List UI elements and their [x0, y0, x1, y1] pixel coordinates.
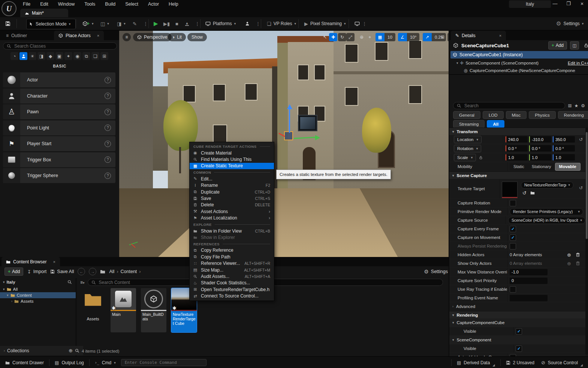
rotate-tool-button[interactable]: ↻ [338, 33, 346, 41]
panel-category-icon[interactable]: ❏ [91, 52, 99, 60]
capture-source-dropdown[interactable]: SceneColor (HDR) in RGB, Inv Opacity ▾ [508, 217, 585, 224]
ctx-show-in-folder-view[interactable]: Show in Folder View CTRL+B [190, 228, 274, 234]
add-collection-icon[interactable]: ⊕ [69, 348, 73, 353]
show-dropdown[interactable]: Show [187, 33, 207, 41]
lit-dropdown[interactable]: ◑ Lit [168, 33, 186, 41]
collections-search-icon[interactable] [75, 348, 79, 353]
actor-item-player-start[interactable]: ⚑ Player Start ? [3, 136, 115, 151]
effects-category-icon[interactable]: ✦ [64, 52, 72, 60]
add-array-element-icon[interactable]: ⊕ [567, 252, 571, 258]
add-component-button[interactable]: + Add [548, 41, 567, 50]
close-icon[interactable]: × [499, 33, 501, 38]
help-icon[interactable]: ? [105, 173, 111, 179]
max-view-distance-input[interactable]: -1.0 [510, 269, 548, 275]
play-button[interactable]: ▶ [151, 19, 160, 29]
details-settings-icon[interactable]: ⚙ [581, 103, 585, 108]
content-drawer-button[interactable]: Content Drawer [0, 357, 49, 368]
filter-all[interactable]: All [487, 120, 504, 128]
cb-import-button[interactable]: ↧ Import [27, 269, 46, 275]
visible-checkbox[interactable]: ✓ [516, 328, 522, 335]
ctx-shader-cook-statistics[interactable]: ♨ Shader Cook Statistics... [190, 280, 274, 286]
actor-item-actor[interactable]: Actor ? [3, 72, 115, 87]
scale-y-input[interactable]: 1.0 [529, 154, 551, 161]
tab-outliner[interactable]: ≡ Outliner [1, 31, 31, 40]
rotation-y-input[interactable]: 0.0 ° [529, 145, 551, 152]
menu-tools[interactable]: Tools [79, 0, 100, 8]
back-button[interactable]: ← [78, 268, 85, 275]
ctx-asset-actions[interactable]: ⚒ Asset Actions › [190, 208, 274, 215]
console-command-box[interactable] [121, 359, 206, 366]
capture-every-frame-checkbox[interactable]: ✓ [510, 226, 516, 232]
console-command-input[interactable] [124, 360, 203, 365]
cb-settings-button[interactable]: ⚙ Settings [424, 269, 448, 275]
reset-location-button[interactable]: ↺ [576, 137, 585, 142]
cinematics-dropdown[interactable]: ◨ ▾ [115, 19, 128, 29]
favorites-icon[interactable]: ★ [574, 103, 578, 108]
actor-item-trigger-sphere[interactable]: Trigger Sphere ? [3, 168, 115, 183]
trash-icon[interactable] [576, 261, 580, 266]
ctx-asset-localization[interactable]: ⚑ Asset Localization › [190, 215, 274, 221]
capture-rotation-checkbox[interactable] [510, 200, 516, 206]
subsection-scene-component[interactable]: ▾ SceneComponent [449, 336, 585, 344]
details-scrollbar[interactable] [585, 128, 588, 354]
all-classes-category-icon[interactable]: ⊞ [100, 52, 108, 60]
menu-actor[interactable]: Actor [143, 0, 164, 8]
help-icon[interactable]: ? [105, 93, 111, 99]
collections-bar[interactable]: › Collections ⊕ [0, 346, 83, 355]
viewport-options-button[interactable]: ≡ [123, 33, 131, 41]
scale-lock-icon[interactable] [479, 156, 483, 159]
tree-header[interactable]: ▾ Italy [0, 278, 76, 286]
cb-save-all-button[interactable]: Save All [50, 269, 74, 274]
details-search-input[interactable] [464, 103, 561, 109]
frame-skip-button[interactable]: ▶▮ [161, 19, 172, 29]
mobility-movable-button[interactable]: Movable [555, 163, 581, 171]
help-icon[interactable]: ? [105, 125, 111, 131]
virtual-camera-button[interactable]: ⋮ [352, 19, 369, 29]
ctx-duplicate[interactable]: ⧉ Duplicate CTRL+D [190, 189, 274, 195]
actor-item-character[interactable]: Character ? [3, 89, 115, 104]
capture-sort-priority-input[interactable]: 0 [510, 278, 548, 284]
menu-select[interactable]: Select [120, 0, 143, 8]
asset-item-main-builtdata[interactable]: Main_BuiltData [141, 288, 166, 332]
ctx-edit[interactable]: ✎ Edit... [190, 176, 274, 182]
help-icon[interactable]: ? [105, 77, 111, 83]
lock-button[interactable] [582, 42, 588, 49]
use-selected-asset-icon[interactable]: ↺ [522, 190, 527, 196]
toolbar-overflow[interactable]: ⋮ [141, 19, 150, 29]
surface-snap-button[interactable]: ⌖ [366, 33, 374, 41]
settings-dropdown[interactable]: ⚙ Settings ▾ [554, 19, 586, 29]
primitive-render-mode-dropdown[interactable]: Render Scene Primitives (Legacy) ▾ [510, 208, 583, 215]
add-array-element-icon[interactable]: ⊕ [567, 261, 571, 266]
maximize-button[interactable]: ❐ [563, 0, 574, 8]
row-advanced-scene-capture[interactable]: › Advanced [449, 302, 585, 311]
always-persist-checkbox[interactable] [510, 243, 516, 249]
volumes-category-icon[interactable]: ⧉ [82, 52, 90, 60]
gizmo-z-axis[interactable] [289, 109, 290, 133]
tab-place-actors[interactable]: Place Actors × [54, 31, 104, 40]
actor-item-pawn[interactable]: ♙ Pawn ? [3, 104, 115, 119]
profiling-event-name-input[interactable] [510, 295, 548, 301]
asset-item-assets-folder[interactable]: Assets [80, 290, 106, 334]
save-level-button[interactable] [3, 19, 13, 29]
tree-item-assets[interactable]: › Assets [0, 298, 76, 304]
source-control-button[interactable]: ⊘ Source Control ◢ [540, 357, 588, 368]
menu-file[interactable]: File [18, 0, 35, 8]
tab-content-browser[interactable]: Content Browser × [1, 257, 60, 266]
world-local-button[interactable]: ⊕ [358, 33, 366, 41]
filter-general[interactable]: General [453, 111, 480, 119]
rotation-snap-control[interactable]: ∠ 10° [398, 33, 419, 41]
help-icon[interactable]: ? [105, 109, 111, 115]
search-classes-box[interactable] [3, 42, 117, 50]
platforms-dropdown[interactable]: Platforms ▾ [203, 19, 238, 29]
add-actor-button[interactable]: + ▾ [80, 19, 96, 29]
location-dropdown[interactable]: Location▾ [454, 136, 482, 143]
ctx-audit-assets[interactable]: Audit Assets... ALT+SHIFT+A [190, 273, 274, 279]
menu-window[interactable]: Window [53, 0, 79, 8]
recently-placed-icon[interactable]: ◔ [10, 52, 18, 60]
grid-snap-control[interactable]: ▦ 10 [376, 33, 395, 41]
ctx-size-map[interactable]: ▤ Size Map... ALT+SHIFT+M [190, 267, 274, 273]
blueprint-convert-button[interactable]: ◫ [570, 41, 579, 50]
ctx-rename[interactable]: I Rename F2 [190, 182, 274, 189]
help-icon[interactable]: ? [105, 141, 111, 147]
asset-item-main[interactable]: ∗ Main [111, 288, 136, 332]
